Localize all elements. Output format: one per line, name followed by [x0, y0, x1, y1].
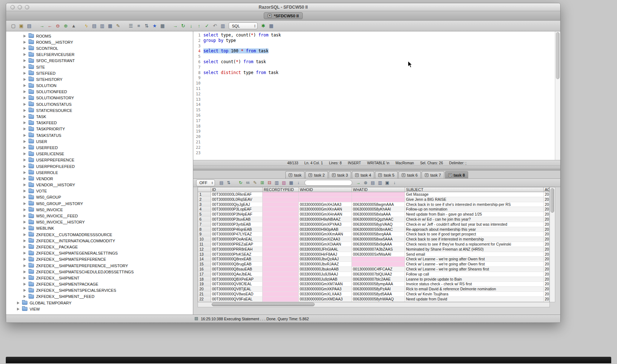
table-cell[interactable] — [352, 192, 405, 197]
tree-item-vote[interactable]: VOTE — [6, 188, 193, 194]
disclosure-triangle-icon[interactable] — [23, 152, 26, 155]
table-cell[interactable]: 0033000000GmXKPAA3 — [299, 287, 352, 292]
table-cell[interactable]: Re-approach about membership this year — [405, 227, 544, 232]
row-number-cell[interactable]: 20 — [198, 287, 211, 292]
column-header-subject[interactable]: SUBJECT — [405, 187, 544, 192]
execute-icon[interactable]: → — [172, 22, 179, 30]
table-cell[interactable] — [352, 257, 405, 262]
table-cell[interactable] — [263, 272, 299, 277]
disclosure-triangle-icon[interactable] — [23, 115, 26, 118]
disclosure-triangle-icon[interactable] — [23, 121, 26, 124]
disclosure-triangle-icon[interactable] — [23, 47, 26, 50]
table-cell[interactable]: 0033000000GmXHnAAN — [299, 212, 352, 217]
tree-item-taskfeed[interactable]: TASKFEED — [6, 120, 193, 126]
table-cell[interactable]: 006300000058ympAAA — [352, 282, 405, 287]
table-cell[interactable]: 00T3000000L0RqSEAV — [211, 197, 263, 202]
table-cell[interactable]: 00T3000000Q8rexEAB — [211, 257, 263, 262]
table-cell[interactable]: 006300000058yd5AAA — [352, 292, 405, 297]
table-cell[interactable]: Give Jenn a BIG RAISE — [405, 197, 544, 202]
table-row[interactable]: 1900T3000000QV8CfEAL0033000000GmXM7AAN00… — [198, 282, 549, 287]
table-cell[interactable]: Check w/ Kevin Tsujihara — [405, 292, 544, 297]
table-cell[interactable] — [263, 297, 299, 302]
column-header-recordtypeid[interactable]: RECORDTYPEID — [263, 187, 299, 192]
disclosure-triangle-icon[interactable] — [23, 214, 26, 217]
table-cell[interactable]: Rick to email David & reference Delmonte… — [405, 287, 544, 292]
column-header-whoid[interactable]: WHOID — [299, 187, 352, 192]
disclosure-triangle-icon[interactable] — [23, 90, 26, 93]
table-cell[interactable]: 0033000000GmXLXAA3 — [299, 292, 352, 297]
code-line[interactable] — [203, 139, 555, 145]
tree-item-task[interactable]: TASK — [6, 113, 193, 120]
tree-item-zkfedex-shipmatepreference-history[interactable]: ZKFEDEX__SHIPMATEPREFERENCE__HISTORY — [6, 263, 193, 269]
table-cell[interactable]: 0033000000GmXMDAA3 — [299, 297, 352, 302]
table-cell[interactable]: 00T3000000QV9FaEAL — [211, 297, 263, 302]
disclosure-triangle-icon[interactable] — [23, 134, 26, 137]
disclosure-triangle-icon[interactable] — [23, 59, 26, 62]
save-icon[interactable]: ▤ — [26, 22, 33, 30]
table-cell[interactable]: Follow up call — [405, 272, 544, 277]
tree-item-w50-group[interactable]: W50_GROUP — [6, 194, 193, 200]
table-cell[interactable]: Get Massage — [405, 192, 544, 197]
disclosure-triangle-icon[interactable] — [23, 159, 26, 161]
disclosure-triangle-icon[interactable] — [23, 295, 26, 298]
table-cell[interactable]: 200 — [544, 252, 549, 257]
column-header-whatid[interactable]: WHATID — [352, 187, 405, 192]
table-cell[interactable]: 200 — [544, 282, 549, 287]
row-number-cell[interactable]: 10 — [198, 237, 211, 242]
paste-icon[interactable]: ▦ — [107, 22, 114, 30]
tree-item-zkfedex-internationalcommodity[interactable]: ZKFEDEX__INTERNATIONALCOMMODITY — [6, 238, 193, 244]
code-line[interactable]: select type, count(*) from task — [203, 32, 555, 38]
row-number-cell[interactable]: 19 — [198, 282, 211, 287]
table-cell[interactable] — [263, 257, 299, 262]
row-number-cell[interactable]: 16 — [198, 267, 211, 272]
table-cell[interactable]: 00T3000000QV8wsEAD — [211, 292, 263, 297]
download-icon[interactable]: ↓ — [391, 179, 398, 186]
table-cell[interactable]: 00T3000000Q8sauEAB — [211, 267, 263, 272]
tab-close-icon[interactable] — [332, 173, 336, 177]
row-number-cell[interactable]: 18 — [198, 277, 211, 282]
scrollbar-thumb[interactable] — [551, 188, 554, 213]
row-number-cell[interactable]: 15 — [198, 262, 211, 267]
row-number-cell[interactable]: 17 — [198, 272, 211, 277]
table-row[interactable]: 1400T3000000Q8rexEAB0033000000JbvQzAAJCh… — [198, 257, 549, 262]
table-cell[interactable]: 00T3000000QAeJbEAL — [211, 272, 263, 277]
scrollbar-thumb[interactable] — [556, 32, 560, 79]
tree-item-solutionfeed[interactable]: SOLUTIONFEED — [6, 89, 193, 95]
table-cell[interactable]: 0033000000GmXKmAAN — [299, 232, 352, 237]
quotes-icon[interactable]: 66 — [245, 179, 251, 186]
table-cell[interactable]: 200 — [544, 267, 549, 272]
disclosure-triangle-icon[interactable] — [23, 177, 26, 180]
table-row[interactable]: 400T3000000P3LopEAF0033000000GmXKnAAN006… — [198, 207, 549, 212]
column-header-id[interactable]: ID — [211, 187, 263, 192]
export-table-icon[interactable]: ← — [46, 22, 53, 30]
table-cell[interactable]: 00T3000000L0RknEAF — [211, 192, 263, 197]
copy-cell-icon[interactable]: ▥ — [273, 179, 280, 186]
results-search-input[interactable] — [305, 180, 352, 186]
table-cell[interactable]: 200 — [544, 222, 549, 227]
disclosure-triangle-icon[interactable] — [23, 221, 26, 224]
run-lightning-icon[interactable]: ϟ — [83, 22, 90, 30]
code-line[interactable]: select top 100 * from task — [203, 48, 555, 54]
table-cell[interactable]: 006300000058xlaAAA — [352, 212, 405, 217]
row-number-cell[interactable]: 11 — [198, 242, 211, 247]
tree-item-userpreference[interactable]: USERPREFERENCE — [6, 157, 193, 163]
table-cell[interactable]: Check-in w/ Jeff - couldn't afford last … — [405, 222, 544, 227]
tree-item-taskstatus[interactable]: TASKSTATUS — [6, 132, 193, 138]
disclosure-triangle-icon[interactable] — [23, 277, 26, 280]
table-cell[interactable]: Check back in to see if she's interested… — [405, 202, 544, 207]
table-row[interactable]: 600T3000000P3tuvEAB0033000000H9aNBAAZ006… — [198, 217, 549, 222]
code-line[interactable] — [203, 91, 555, 97]
minimize-window-button[interactable] — [18, 5, 22, 9]
table-cell[interactable]: 00T3000000POeAnEAL — [211, 237, 263, 242]
table-cell[interactable]: 006300000058yhWAAQ — [352, 297, 405, 302]
table-cell[interactable] — [263, 252, 299, 257]
table-cell[interactable]: 0033000000GmXIZAA3 — [299, 237, 352, 242]
table-cell[interactable]: 0033000000GmXM7AAN — [299, 282, 352, 287]
table-cell[interactable]: Send email — [405, 252, 544, 257]
find-next-icon[interactable]: → — [355, 179, 362, 186]
open-file-icon[interactable]: ▣ — [18, 22, 25, 30]
tree-item-selfserviceuser[interactable]: SELFSERVICEUSER — [6, 52, 193, 58]
table-cell[interactable] — [263, 292, 299, 297]
sql-editor[interactable]: 1234567891011121314151617181920212223 se… — [193, 31, 560, 160]
table-cell[interactable]: 0033000000GmXPYAA3 — [299, 222, 352, 227]
